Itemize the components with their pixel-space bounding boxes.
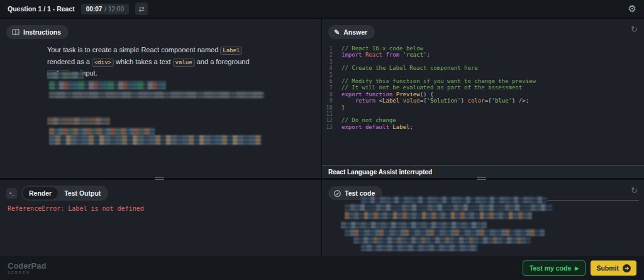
code-line: 6// Modify this function if you want to … [322, 78, 640, 84]
redacted-content-block [49, 135, 262, 145]
redacted-content-block [49, 128, 155, 135]
inline-code-chip: Label [220, 47, 242, 55]
code-line: 11 [322, 111, 640, 117]
line-number: 8 [322, 91, 341, 98]
settings-gear-icon[interactable]: ⚙ [628, 3, 636, 14]
question-title: Question 1 / 1 - React [8, 5, 75, 13]
redacted-code-block [345, 229, 545, 236]
inline-code-chip: <div> [92, 59, 114, 67]
redacted-code-block [345, 211, 532, 219]
redacted-content-block [49, 91, 264, 98]
answer-panel: ✎ Answer ↻ 1// React 16.x code below2imp… [322, 19, 644, 178]
instructions-panel: Instructions Your task is to create a si… [0, 19, 321, 178]
line-number: 7 [322, 84, 341, 91]
line-number: 3 [322, 59, 341, 65]
code-line: 12// Do not change [322, 117, 640, 123]
line-number: 12 [322, 117, 341, 123]
code-line: 8export function Preview() { [322, 91, 640, 98]
redacted-code-block [341, 221, 487, 228]
top-bar: Question 1 / 1 - React 00:07 / 12:00 ⇄ ⚙ [0, 0, 644, 18]
output-tabs: RenderTest Output [21, 186, 108, 201]
check-circle-icon [334, 190, 341, 197]
footer-bar: CoderPad SCREEN Test my code ▶ Submit ➜ [0, 256, 644, 280]
redacted-content-block [47, 117, 110, 125]
test-my-code-label: Test my code [530, 264, 571, 272]
tab-test-output[interactable]: Test Output [58, 187, 107, 199]
answer-header-label: Answer [343, 28, 367, 36]
answer-header: ✎ Answer [328, 25, 375, 39]
line-number: 5 [322, 72, 341, 78]
line-number: 4 [322, 65, 341, 71]
line-number: 9 [322, 98, 341, 104]
timer-toggle-icon[interactable]: ⇄ [135, 3, 148, 15]
submit-button[interactable]: Submit ➜ [591, 260, 636, 276]
brand-subtitle: SCREEN [8, 271, 46, 275]
submit-arrow-icon: ➜ [623, 264, 631, 272]
timer-chip: 00:07 / 12:00 [81, 4, 129, 14]
code-editor[interactable]: 1// React 16.x code below2import React f… [322, 45, 640, 130]
panel-resize-handle[interactable] [477, 177, 486, 180]
tab-render[interactable]: Render [23, 187, 58, 199]
line-number: 6 [322, 78, 341, 84]
redacted-code-block [361, 196, 547, 203]
redacted-content-block [49, 81, 166, 89]
line-number: 11 [322, 111, 341, 117]
brand-name: CoderPad [8, 262, 46, 270]
inline-code-chip: value [173, 59, 195, 67]
instructions-header-label: Instructions [23, 28, 61, 36]
test-code-reset-icon[interactable]: ↻ [631, 186, 638, 195]
coderpad-app: Question 1 / 1 - React 00:07 / 12:00 ⇄ ⚙… [0, 0, 644, 280]
test-code-panel: Test code ↻ [322, 180, 644, 256]
code-line: 3 [322, 59, 640, 65]
code-line: 10} [322, 104, 640, 111]
instructions-header: Instructions [6, 25, 69, 39]
output-tabs-row: >_ RenderTest Output [6, 186, 108, 201]
code-line: 4// Create the Label React component her… [322, 65, 640, 71]
play-icon: ▶ [575, 266, 579, 271]
line-number: 1 [322, 45, 341, 52]
redacted-code-block [361, 244, 478, 251]
panel-resize-handle[interactable] [155, 177, 164, 180]
line-number: 2 [322, 52, 341, 58]
redacted-code-block [353, 237, 531, 244]
line-number: 10 [322, 104, 341, 111]
redacted-code-block [345, 204, 552, 211]
render-error-message: ReferenceError: Label is not defined [8, 205, 144, 212]
submit-label: Submit [596, 264, 619, 272]
divider-line [547, 200, 639, 201]
answer-reset-icon[interactable]: ↻ [631, 25, 638, 34]
redacted-content-block [47, 72, 84, 79]
render-output-panel: >_ RenderTest Output ReferenceError: Lab… [0, 180, 321, 256]
test-my-code-button[interactable]: Test my code ▶ [523, 260, 586, 276]
timer-total: / 12:00 [104, 6, 124, 13]
code-line: 2import React from 'react'; [322, 52, 640, 58]
code-line: 13export default Label; [322, 124, 640, 130]
coderpad-logo: CoderPad SCREEN [8, 262, 46, 275]
code-line: 1// React 16.x code below [322, 45, 640, 52]
pencil-icon: ✎ [334, 29, 340, 36]
line-number: 13 [322, 124, 341, 130]
code-line: 9 return <Label value={'Solution'} color… [322, 98, 640, 104]
book-icon [12, 29, 19, 35]
code-line: 5 [322, 72, 640, 78]
terminal-icon: >_ [6, 188, 17, 199]
timer-elapsed: 00:07 [86, 6, 103, 13]
code-line: 7// It will not be evaluated as part of … [322, 84, 640, 91]
language-assist-status: React Language Assist interrupted [322, 165, 644, 178]
